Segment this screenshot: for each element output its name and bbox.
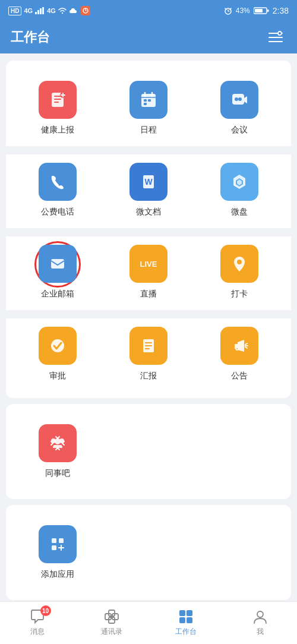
app-health[interactable]: 健康上报 <box>12 72 103 146</box>
app-wdisk[interactable]: 微盘 <box>194 154 285 228</box>
app-row-4: 审批 汇报 <box>12 318 285 392</box>
nav-me[interactable]: 我 <box>223 602 297 644</box>
nav-messages-label: 消息 <box>30 627 45 637</box>
checkin-icon <box>220 245 258 283</box>
svg-point-28 <box>238 97 242 101</box>
battery-icon <box>254 7 269 15</box>
svg-rect-7 <box>255 9 263 12</box>
app-approve[interactable]: 审批 <box>12 318 103 392</box>
svg-rect-61 <box>109 617 115 623</box>
nav-workbench-icon-wrap <box>178 609 194 624</box>
svg-rect-53 <box>52 545 56 550</box>
app-meeting[interactable]: 会议 <box>194 72 285 146</box>
main-content: 健康上报 日程 <box>6 61 291 398</box>
live-icon: LIVE <box>129 245 168 283</box>
app-checkin[interactable]: 打卡 <box>194 236 285 310</box>
wifi-icon <box>58 7 67 14</box>
svg-text:W: W <box>144 177 153 187</box>
svg-point-37 <box>51 339 64 352</box>
time-display: 2:38 <box>273 6 289 15</box>
nav-workbench[interactable]: 工作台 <box>148 602 223 644</box>
battery-percent: 43% <box>236 7 250 15</box>
nav-messages-icon-wrap: 10 <box>30 609 45 624</box>
svg-rect-63 <box>187 610 192 616</box>
approve-label: 审批 <box>49 371 66 381</box>
svg-text:LIVE: LIVE <box>140 260 157 269</box>
person-icon <box>252 609 268 624</box>
app-notice[interactable]: 公告 <box>194 318 285 392</box>
colleagues-grid: 同事吧 <box>12 416 285 490</box>
svg-rect-58 <box>105 614 111 620</box>
svg-rect-8 <box>267 10 269 12</box>
messages-badge: 10 <box>40 605 51 616</box>
colleagues-icon <box>39 424 77 462</box>
app-live[interactable]: LIVE 直播 <box>103 236 194 310</box>
svg-point-50 <box>55 438 61 444</box>
svg-rect-59 <box>112 614 118 620</box>
email-icon <box>39 245 77 283</box>
svg-rect-26 <box>144 103 147 105</box>
signal-4g-1: 4G <box>24 7 33 14</box>
svg-rect-34 <box>51 259 64 269</box>
app-schedule[interactable]: 日程 <box>103 72 194 146</box>
sep-3 <box>6 310 291 318</box>
svg-rect-24 <box>144 99 147 102</box>
nav-me-label: 我 <box>257 627 264 637</box>
app-row-1: 健康上报 日程 <box>12 72 285 146</box>
signal-dots <box>35 7 45 14</box>
bottom-nav: 10 消息 通讯录 工作台 <box>0 601 297 644</box>
report-icon <box>129 327 168 365</box>
signal-4g-2: 4G <box>47 7 56 14</box>
wdoc-icon: W <box>129 163 168 201</box>
svg-rect-52 <box>59 538 64 543</box>
meeting-icon <box>220 81 258 119</box>
app-email[interactable]: 企业邮箱 <box>12 236 103 310</box>
addapp-icon <box>39 525 77 563</box>
nav-messages[interactable]: 10 消息 <box>0 602 74 644</box>
status-bar: HD 4G 4G 43% 2:38 <box>0 0 297 21</box>
addapp-label: 添加应用 <box>41 569 74 580</box>
notice-label: 公告 <box>231 371 248 381</box>
svg-rect-3 <box>42 7 44 14</box>
phone-label: 公费电话 <box>41 207 74 217</box>
status-left: HD 4G 4G <box>8 6 90 15</box>
app-icon-status <box>81 6 90 15</box>
workbench-icon <box>178 609 194 624</box>
svg-rect-2 <box>40 8 42 14</box>
colleagues-label: 同事吧 <box>45 468 70 479</box>
svg-rect-64 <box>179 617 185 623</box>
email-label: 企业邮箱 <box>41 289 74 299</box>
app-row-3: 企业邮箱 LIVE 直播 打卡 <box>12 236 285 310</box>
app-wdoc[interactable]: W 微文档 <box>103 154 194 228</box>
health-label: 健康上报 <box>41 125 74 135</box>
svg-point-36 <box>237 260 242 264</box>
colleagues-section: 同事吧 <box>6 404 291 499</box>
svg-rect-51 <box>52 538 56 543</box>
svg-point-66 <box>257 611 263 617</box>
contacts-icon <box>104 609 119 624</box>
meeting-label: 会议 <box>231 125 248 135</box>
svg-rect-62 <box>179 610 185 616</box>
app-addapp[interactable]: 添加应用 <box>12 517 103 591</box>
wdisk-label: 微盘 <box>231 207 248 217</box>
app-phone[interactable]: 公费电话 <box>12 154 103 228</box>
svg-rect-0 <box>35 12 37 14</box>
approve-icon <box>39 327 77 365</box>
nav-contacts[interactable]: 通讯录 <box>74 602 148 644</box>
svg-rect-60 <box>109 610 115 616</box>
svg-rect-1 <box>37 10 39 14</box>
nav-me-icon-wrap <box>252 609 268 624</box>
settings-button[interactable] <box>265 27 286 48</box>
sep-2 <box>6 228 291 236</box>
app-row-2: 公费电话 W 微文档 微盘 <box>12 154 285 228</box>
app-colleagues[interactable]: 同事吧 <box>12 416 103 490</box>
svg-line-43 <box>245 343 247 345</box>
health-icon <box>39 81 77 119</box>
app-header: 工作台 <box>0 21 297 53</box>
svg-rect-65 <box>187 617 192 623</box>
alarm-icon <box>224 7 232 15</box>
app-report[interactable]: 汇报 <box>103 318 194 392</box>
svg-rect-25 <box>148 99 151 102</box>
schedule-icon <box>129 81 168 119</box>
notice-icon <box>220 327 258 365</box>
